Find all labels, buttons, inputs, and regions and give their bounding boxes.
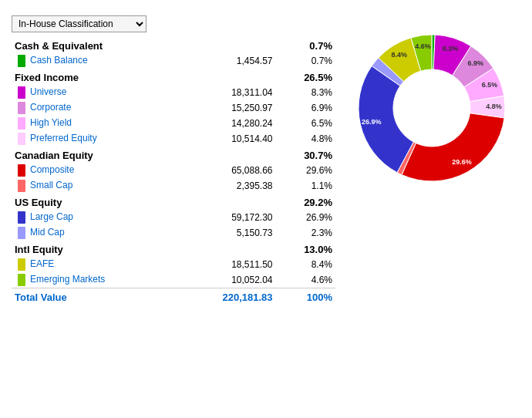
color-swatch (18, 55, 25, 67)
total-row: Total Value 220,181.83 100% (12, 288, 335, 305)
item-link[interactable]: Mid Cap (30, 227, 65, 238)
list-item: Corporate 15,250.97 6.9% (12, 100, 335, 116)
color-swatch (18, 164, 25, 177)
color-swatch (18, 258, 25, 271)
item-link[interactable]: High Yield (30, 117, 72, 128)
category-row: Intl Equity 13.0% (12, 241, 335, 257)
category-pct: 13.0% (276, 241, 335, 257)
item-pct: 26.9% (276, 210, 335, 225)
chart-segment (402, 113, 504, 181)
chart-label: 4.6% (415, 42, 431, 50)
list-item: Preferred Equity 10,514.40 4.8% (12, 131, 335, 147)
dropdown-row: In-House Classification Asset Class Sect… (12, 15, 335, 32)
item-label-cell: EAFE (12, 257, 178, 272)
item-link[interactable]: Preferred Equity (30, 133, 97, 143)
category-row: Cash & Equivalent 0.7% (12, 37, 335, 53)
total-pct: 100% (276, 288, 335, 305)
category-pct: 26.5% (276, 69, 335, 85)
item-mv: 10,052.04 (178, 272, 275, 288)
category-row: Canadian Equity 30.7% (12, 147, 335, 163)
color-swatch (18, 102, 25, 114)
category-pct: 29.2% (276, 194, 335, 210)
item-pct: 6.9% (276, 100, 335, 116)
item-pct: 8.3% (276, 85, 335, 100)
item-link[interactable]: Cash Balance (30, 55, 88, 66)
item-link[interactable]: Emerging Markets (30, 274, 105, 285)
category-name: Intl Equity (12, 241, 276, 257)
item-pct: 2.3% (276, 225, 335, 241)
color-swatch (18, 86, 25, 99)
item-pct: 29.6% (276, 163, 335, 178)
item-mv: 10,514.40 (178, 131, 275, 147)
item-mv: 2,395.38 (178, 178, 275, 194)
category-pct: 0.7% (276, 37, 335, 53)
item-pct: 6.5% (276, 116, 335, 131)
list-item: Composite 65,088.66 29.6% (12, 163, 335, 178)
item-pct: 0.7% (276, 53, 335, 69)
classification-dropdown[interactable]: In-House Classification Asset Class Sect… (12, 15, 146, 32)
list-item: Cash Balance 1,454.57 0.7% (12, 53, 335, 69)
item-label-cell: Emerging Markets (12, 272, 178, 288)
item-mv: 14,280.24 (178, 116, 275, 131)
allocation-table: Cash & Equivalent 0.7% Cash Balance 1,45… (12, 37, 335, 305)
item-label-cell: High Yield (12, 116, 178, 131)
chart-label: 29.6% (452, 158, 472, 166)
chart-label: 8.3% (443, 45, 459, 52)
list-item: Mid Cap 5,150.73 2.3% (12, 225, 335, 241)
color-swatch (18, 180, 25, 192)
category-name: Canadian Equity (12, 147, 276, 163)
item-link[interactable]: Large Cap (30, 211, 73, 222)
chart-label: 8.4% (392, 51, 408, 59)
table-section: In-House Classification Asset Class Sect… (12, 15, 335, 305)
color-swatch (18, 133, 25, 145)
item-link[interactable]: EAFE (30, 258, 54, 269)
item-link[interactable]: Small Cap (30, 180, 72, 190)
category-row: US Equity 29.2% (12, 194, 335, 210)
item-label-cell: Mid Cap (12, 225, 178, 241)
item-pct: 1.1% (276, 178, 335, 194)
chart-label: 6.9% (467, 59, 483, 67)
chart-label: 6.5% (482, 81, 498, 89)
list-item: High Yield 14,280.24 6.5% (12, 116, 335, 131)
item-pct: 4.6% (276, 272, 335, 288)
list-item: Universe 18,311.04 8.3% (12, 85, 335, 100)
color-swatch (18, 227, 25, 239)
color-swatch (18, 211, 25, 224)
item-link[interactable]: Composite (30, 164, 74, 175)
item-pct: 8.4% (276, 257, 335, 272)
item-mv: 5,150.73 (178, 225, 275, 241)
category-pct: 30.7% (276, 147, 335, 163)
item-mv: 59,172.30 (178, 210, 275, 225)
item-pct: 4.8% (276, 131, 335, 147)
item-link[interactable]: Corporate (30, 102, 71, 113)
item-label-cell: Universe (12, 85, 178, 100)
list-item: Small Cap 2,395.38 1.1% (12, 178, 335, 194)
item-label-cell: Cash Balance (12, 53, 178, 69)
item-label-cell: Composite (12, 163, 178, 178)
category-name: Fixed Income (12, 69, 276, 85)
category-row: Fixed Income 26.5% (12, 69, 335, 85)
item-mv: 18,311.04 (178, 85, 275, 100)
color-swatch (18, 274, 25, 286)
donut-chart: 8.3%6.9%6.5%4.8%29.6%26.9%8.4%4.6% (347, 23, 517, 193)
list-item: Emerging Markets 10,052.04 4.6% (12, 272, 335, 288)
item-mv: 15,250.97 (178, 100, 275, 116)
list-item: Large Cap 59,172.30 26.9% (12, 210, 335, 225)
item-mv: 18,511.50 (178, 257, 275, 272)
color-swatch (18, 117, 25, 130)
list-item: EAFE 18,511.50 8.4% (12, 257, 335, 272)
total-label[interactable]: Total Value (12, 288, 178, 305)
category-name: US Equity (12, 194, 276, 210)
total-mv: 220,181.83 (178, 288, 275, 305)
item-link[interactable]: Universe (30, 86, 66, 97)
item-mv: 1,454.57 (178, 53, 275, 69)
item-label-cell: Preferred Equity (12, 131, 178, 147)
chart-label: 4.8% (486, 103, 502, 110)
chart-label: 26.9% (362, 118, 382, 126)
category-name: Cash & Equivalent (12, 37, 276, 53)
item-label-cell: Large Cap (12, 210, 178, 225)
item-mv: 65,088.66 (178, 163, 275, 178)
item-label-cell: Small Cap (12, 178, 178, 194)
chart-section: 8.3%6.9%6.5%4.8%29.6%26.9%8.4%4.6% (343, 15, 520, 193)
item-label-cell: Corporate (12, 100, 178, 116)
